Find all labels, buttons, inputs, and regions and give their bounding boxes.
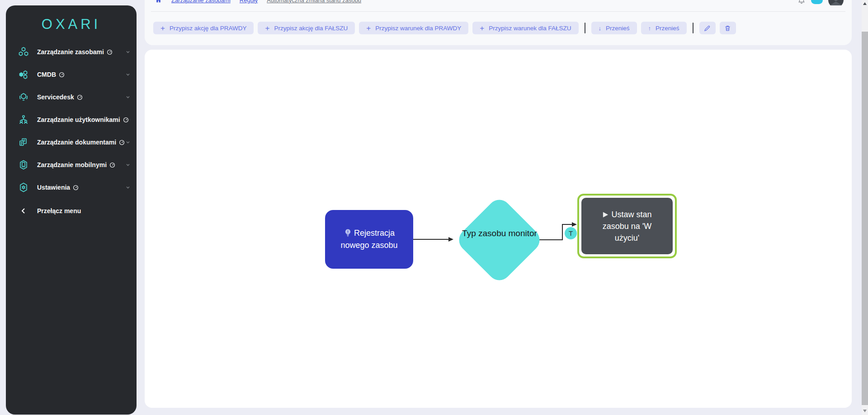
arrow-down-icon: ↓ — [599, 25, 602, 32]
sidebar-item-label: Zarządzanie użytkownikami — [37, 116, 120, 123]
avatar[interactable] — [828, 0, 844, 5]
toolbar: + Przypisz akcję dla PRAWDY + Przypisz a… — [153, 22, 736, 34]
sidebar-item-label: Zarządzanie zasobami — [37, 48, 104, 56]
breadcrumb-link[interactable]: Zarządzanie zasobami — [171, 0, 231, 4]
plus-icon: + — [480, 24, 484, 32]
scroll-down-arrow[interactable] — [863, 410, 867, 412]
play-icon — [602, 211, 609, 218]
org-users-icon — [18, 114, 29, 126]
header-card: Zarządzanie zasobami Reguły Automatyczna… — [145, 0, 852, 45]
sidebar-item-servicedesk[interactable]: Servicedesk — [6, 86, 137, 108]
sidebar-item-label: CMDB — [37, 71, 56, 78]
sidebar-item-label: Zarządzanie mobilnymi — [37, 161, 107, 168]
mobile-hexagon-icon — [18, 159, 29, 171]
toolbar-separator — [693, 23, 693, 33]
breadcrumb-strip: Zarządzanie zasobami Reguły Automatyczna… — [145, 0, 852, 5]
headset-icon — [18, 91, 29, 103]
breadcrumb: Zarządzanie zasobami Reguły Automatyczna… — [155, 0, 844, 5]
notification-badge[interactable] — [811, 0, 823, 4]
plus-icon: + — [160, 24, 165, 32]
sidebar-item-zarzadzanie-mobilnymi[interactable]: Zarządzanie mobilnymi — [6, 154, 137, 176]
sidebar-item-zarzadzanie-dokumentami[interactable]: Zarządzanie dokumentami — [6, 131, 137, 154]
hexagons-icon — [18, 46, 29, 58]
assign-action-false-button[interactable]: + Przypisz akcję dla FAŁSZU — [258, 22, 355, 34]
sidebar-item-zarzadzanie-uzytkownikami[interactable]: Zarządzanie użytkownikami — [6, 108, 137, 131]
toolbar-separator — [585, 23, 585, 33]
edge-true-badge[interactable]: T — [565, 227, 577, 239]
gauge-icon — [59, 72, 65, 78]
sidebar-nav: Zarządzanie zasobami CMDB — [6, 41, 137, 222]
sidebar-collapse-menu[interactable]: Przełącz menu — [6, 200, 137, 222]
gauge-icon — [107, 49, 113, 55]
edit-button[interactable] — [699, 22, 716, 34]
sidebar-item-label: Servicedesk — [37, 93, 74, 101]
breadcrumb-current: Automatyczna zmiana stanu zasobu — [267, 0, 361, 4]
scrollbar-thumb[interactable] — [862, 32, 868, 405]
pencil-icon — [704, 25, 711, 32]
chevron-down-icon — [126, 95, 130, 99]
plus-icon: + — [366, 24, 371, 32]
chevron-down-icon — [126, 140, 130, 145]
sidebar-item-zarzadzanie-zasobami[interactable]: Zarządzanie zasobami — [6, 41, 137, 63]
flow-node-start[interactable]: Rejestracja nowego zasobu — [325, 210, 413, 269]
workflow-canvas[interactable]: Rejestracja nowego zasobu Typ zasobu mon… — [145, 50, 852, 408]
move-down-button[interactable]: ↓ Przenieś — [591, 22, 637, 34]
assign-action-true-button[interactable]: + Przypisz akcję dla PRAWDY — [153, 22, 254, 34]
gauge-icon — [119, 140, 125, 145]
header-divider — [151, 11, 845, 12]
flow-node-action-label: Ustaw stan zasobu na 'W użyciu' — [603, 210, 652, 242]
move-up-button[interactable]: ↑ Przenieś — [641, 22, 687, 34]
arrow-up-icon: ↑ — [648, 25, 651, 32]
chevron-left-icon — [18, 205, 29, 217]
plus-icon: + — [265, 24, 269, 32]
chevron-down-icon — [126, 72, 130, 77]
collapse-menu-label: Przełącz menu — [37, 207, 81, 214]
sidebar-item-ustawienia[interactable]: Ustawienia — [6, 176, 137, 199]
sidebar-item-label: Zarządzanie dokumentami — [37, 139, 116, 146]
flow-node-action-selected[interactable]: Ustaw stan zasobu na 'W użyciu' — [577, 194, 677, 258]
delete-button[interactable] — [720, 22, 736, 34]
gauge-icon — [109, 162, 115, 168]
chevron-down-icon — [129, 117, 130, 122]
assign-condition-true-button[interactable]: + Przypisz warunek dla PRAWDY — [359, 22, 468, 34]
sidebar-item-cmdb[interactable]: CMDB — [6, 63, 137, 86]
chevron-down-icon — [126, 163, 130, 167]
trash-icon — [724, 25, 731, 32]
gear-hexagon-icon — [18, 182, 29, 193]
bulb-icon — [344, 228, 352, 237]
chevron-down-icon — [126, 185, 130, 190]
home-icon[interactable] — [155, 0, 162, 4]
app-logo: OXARI — [6, 14, 137, 37]
vertical-scrollbar[interactable] — [862, 0, 868, 415]
bell-icon[interactable] — [797, 0, 806, 4]
assign-condition-false-button[interactable]: + Przypisz warunek dla FAŁSZU — [472, 22, 578, 34]
sidebar-item-label: Ustawienia — [37, 184, 70, 191]
gauge-icon — [77, 94, 83, 100]
sidebar: OXARI Zarządzanie zasobami CMDB — [6, 5, 137, 415]
scroll-up-arrow[interactable] — [863, 2, 867, 5]
chevron-down-icon — [126, 50, 130, 54]
documents-icon — [18, 136, 29, 148]
gauge-icon — [73, 185, 79, 191]
gauge-icon — [123, 117, 129, 123]
hexagons-filled-icon — [18, 69, 29, 80]
breadcrumb-link[interactable]: Reguły — [240, 0, 258, 4]
